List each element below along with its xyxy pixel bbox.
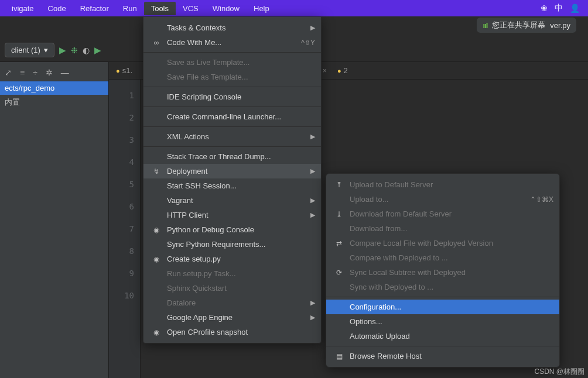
sidebar-tools: ⤢ ≡ ÷ ✲ — xyxy=(0,64,108,81)
menu-item-label: Compare with Deployed to ... xyxy=(350,253,448,262)
menu-item: Upload to...⌃⇧⌘X xyxy=(326,192,559,207)
separator xyxy=(143,126,321,127)
menu-item[interactable]: Create Command-line Launcher... xyxy=(143,109,321,124)
menu-item: Run setup.py Task... xyxy=(143,266,321,281)
menu-item[interactable]: ◉Python or Debug Console xyxy=(143,222,321,237)
menu-item-label: Python or Debug Console xyxy=(167,225,254,234)
menu-item[interactable]: HTTP Client▶ xyxy=(143,208,321,222)
menu-item: ⟳Sync Local Subtree with Deployed xyxy=(326,265,559,280)
tree-item[interactable]: 内置 xyxy=(0,95,108,110)
chevron-right-icon: ▶ xyxy=(310,197,315,204)
menu-item-label: Create setup.py xyxy=(167,255,221,263)
menu-item-label: Sync Python Requirements... xyxy=(167,240,265,249)
deploy-icon: ↯ xyxy=(152,167,161,176)
chevron-right-icon: ▶ xyxy=(310,24,315,32)
tools-menu: Tasks & Contexts▶∞Code With Me...^⇧YSave… xyxy=(143,16,322,343)
menu-item[interactable]: XML Actions▶ xyxy=(143,129,321,144)
menu-item[interactable]: ↯Deployment▶ xyxy=(143,164,321,178)
separator xyxy=(326,346,559,346)
file-tab[interactable]: ●2 xyxy=(334,64,351,77)
menu-item[interactable]: Sync Python Requirements... xyxy=(143,237,321,252)
gear-icon[interactable]: ✲ xyxy=(46,68,53,77)
menu-item[interactable]: ◉Create setup.py xyxy=(143,252,321,266)
tool-icon[interactable]: ⤢ xyxy=(5,68,12,77)
tool-icon[interactable]: ÷ xyxy=(33,68,37,77)
watermark: CSDN @林圈圈 xyxy=(534,367,584,377)
menu-item[interactable]: Automatic Upload xyxy=(326,329,559,343)
chevron-right-icon: ▶ xyxy=(310,211,315,219)
signal-icon: ııl xyxy=(483,21,487,30)
menu-item-label: Configuration... xyxy=(350,303,401,311)
user-icon[interactable]: 👤 xyxy=(570,4,580,13)
menu-item-label: Browse Remote Host xyxy=(350,352,422,360)
run-icon[interactable]: ▶ xyxy=(59,45,66,56)
file-tab[interactable]: ●s1. xyxy=(112,64,136,77)
menu-item[interactable]: Vagrant▶ xyxy=(143,193,321,208)
menu-item: ⤓Download from Default Server xyxy=(326,207,559,221)
ime-icon[interactable]: 中 xyxy=(555,3,563,13)
separator xyxy=(143,106,321,107)
line-number: 5 xyxy=(109,173,134,195)
chevron-right-icon: ▶ xyxy=(310,133,315,140)
menu-item-label: Options... xyxy=(350,317,382,326)
python-icon: ◉ xyxy=(152,226,161,234)
menu-item-label: IDE Scripting Console xyxy=(167,92,241,101)
line-number: 6 xyxy=(109,195,134,218)
line-number: 1 xyxy=(109,84,134,106)
gutter: 12345678910 xyxy=(109,80,141,378)
line-number: 10 xyxy=(109,284,134,307)
menu-item: Sphinx Quickstart xyxy=(143,281,321,295)
menu-item-label: Compare Local File with Deployed Version xyxy=(350,239,493,248)
run-with-icon[interactable]: ▶ xyxy=(94,45,101,56)
menu-tools[interactable]: Tools xyxy=(144,2,176,15)
menu-item-label: Automatic Upload xyxy=(350,332,410,341)
menu-run[interactable]: Run xyxy=(116,2,144,15)
chevron-right-icon: ▶ xyxy=(310,299,315,307)
run-config-label: client (1) xyxy=(11,46,40,54)
menu-window[interactable]: Window xyxy=(206,2,247,15)
download-icon: ⤓ xyxy=(334,210,344,218)
debug-icon[interactable]: ❉ xyxy=(71,46,78,55)
run-config-selector[interactable]: client (1) ▾ xyxy=(5,43,54,57)
menu-refactor[interactable]: Refactor xyxy=(73,2,116,15)
menu-item-label: Sync with Deployed to ... xyxy=(350,283,433,291)
menu-item[interactable]: ∞Code With Me...^⇧Y xyxy=(143,35,321,50)
tree-item[interactable]: ects/rpc_demo xyxy=(0,81,108,95)
flower-icon[interactable]: ❀ xyxy=(541,4,548,13)
menu-item[interactable]: ◉Open CProfile snapshot xyxy=(143,325,321,339)
menu-vcs[interactable]: VCS xyxy=(176,2,206,15)
share-text: 您正在共享屏幕 xyxy=(492,20,545,30)
close-icon[interactable]: × xyxy=(323,67,327,75)
project-tree[interactable]: ects/rpc_demo内置 xyxy=(0,81,108,110)
chevron-right-icon: ▶ xyxy=(310,314,315,321)
menu-item-label: Code With Me... xyxy=(167,38,221,47)
menu-item[interactable]: Options... xyxy=(326,314,559,329)
menu-item-label: XML Actions xyxy=(167,132,209,141)
separator xyxy=(326,297,559,297)
tool-icon[interactable]: ≡ xyxy=(20,68,25,77)
menu-item[interactable]: Google App Engine▶ xyxy=(143,310,321,325)
line-number: 8 xyxy=(109,240,134,262)
menu-item-label: HTTP Client xyxy=(167,211,208,219)
menu-item[interactable]: IDE Scripting Console xyxy=(143,90,321,104)
menu-item[interactable]: Configuration... xyxy=(326,300,559,314)
people-icon: ∞ xyxy=(152,39,161,47)
menu-help[interactable]: Help xyxy=(247,2,276,15)
coverage-icon[interactable]: ◐ xyxy=(83,46,90,55)
menu-item-label: Start SSH Session... xyxy=(167,181,237,190)
menu-item[interactable]: Start SSH Session... xyxy=(143,178,321,193)
menu-item: ⤒Upload to Default Server xyxy=(326,177,559,192)
line-number: 2 xyxy=(109,106,134,129)
menu-item: Download from... xyxy=(326,221,559,236)
menu-ivigate[interactable]: ivigate xyxy=(5,2,41,15)
collapse-icon[interactable]: — xyxy=(61,68,69,77)
menu-item[interactable]: Tasks & Contexts▶ xyxy=(143,20,321,35)
menu-item-label: Deployment xyxy=(167,167,207,176)
menu-item-label: Vagrant xyxy=(167,196,193,205)
menu-item[interactable]: ▤Browse Remote Host xyxy=(326,349,559,363)
separator xyxy=(143,52,321,53)
menu-item[interactable]: Stack Trace or Thread Dump... xyxy=(143,149,321,164)
line-number: 7 xyxy=(109,218,134,240)
menu-item-label: Save as Live Template... xyxy=(167,58,249,67)
menu-code[interactable]: Code xyxy=(41,2,73,15)
